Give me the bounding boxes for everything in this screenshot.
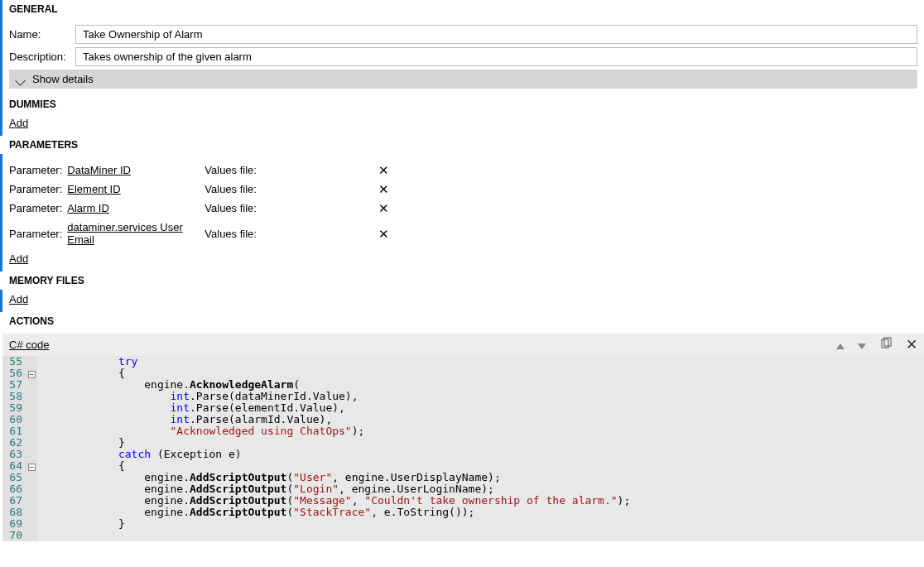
section-dummies-header: DUMMIES — [0, 95, 924, 113]
code-fold-column: − − — [26, 356, 37, 541]
values-file-label: Values file: — [205, 183, 257, 195]
show-details-toggle[interactable]: Show details — [9, 70, 917, 89]
section-memory-header: MEMORY FILES — [0, 271, 924, 290]
parameter-row: Parameter: Element ID Values file: ✕ — [9, 183, 917, 195]
name-input[interactable] — [75, 25, 917, 44]
parameter-label: Parameter: — [9, 202, 62, 214]
parameter-label: Parameter: — [9, 228, 62, 240]
clear-values-file-button[interactable]: ✕ — [374, 202, 394, 214]
actions-toolbar: C# code ✕ — [2, 334, 924, 356]
memory-add-link[interactable]: Add — [9, 293, 28, 305]
values-file-label: Values file: — [205, 228, 257, 240]
values-file-label: Values file: — [205, 164, 257, 176]
code-editor[interactable]: 55565758596061626364656667686970 − − try… — [2, 356, 924, 541]
parameter-row: Parameter: dataminer.services User Email… — [9, 221, 917, 246]
parameter-name-link[interactable]: Alarm ID — [67, 202, 200, 214]
copy-button[interactable] — [879, 337, 893, 353]
code-gutter: 55565758596061626364656667686970 — [2, 356, 26, 541]
section-actions-header: ACTIONS — [0, 312, 924, 330]
section-parameters-header: PARAMETERS — [0, 136, 924, 154]
copy-icon — [879, 337, 893, 350]
name-label: Name: — [9, 28, 69, 41]
parameter-name-link[interactable]: DataMiner ID — [67, 164, 200, 176]
description-input[interactable] — [75, 47, 917, 66]
section-general-body: Name: Description: Show details — [0, 18, 924, 95]
show-details-label: Show details — [32, 73, 94, 85]
delete-action-button[interactable]: ✕ — [906, 336, 917, 353]
parameter-label: Parameter: — [9, 164, 62, 176]
section-actions-body: C# code ✕ 555657585960616263646566676869… — [0, 334, 924, 541]
values-file-label: Values file: — [205, 202, 257, 214]
parameter-name-link[interactable]: dataminer.services User Email — [67, 221, 200, 246]
triangle-up-icon — [836, 344, 845, 349]
parameter-row: Parameter: Alarm ID Values file: ✕ — [9, 202, 917, 214]
code-body[interactable]: try { engine.AcknowledgeAlarm( int.Parse… — [37, 356, 630, 541]
parameter-row: Parameter: DataMiner ID Values file: ✕ — [9, 164, 917, 176]
action-item-link[interactable]: C# code — [9, 339, 49, 351]
section-dummies-body: Add — [0, 113, 924, 136]
clear-values-file-button[interactable]: ✕ — [374, 164, 394, 176]
section-general-header: GENERAL — [0, 0, 924, 18]
dummies-add-link[interactable]: Add — [9, 117, 28, 129]
parameter-label: Parameter: — [9, 183, 62, 195]
section-parameters-body: Parameter: DataMiner ID Values file: ✕Pa… — [0, 154, 924, 271]
move-up-button[interactable] — [836, 339, 845, 352]
chevron-down-icon — [16, 74, 26, 84]
triangle-down-icon — [858, 344, 866, 349]
move-down-button[interactable] — [858, 339, 866, 352]
clear-values-file-button[interactable]: ✕ — [374, 228, 394, 240]
section-memory-body: Add — [0, 290, 924, 312]
description-label: Description: — [9, 50, 69, 63]
parameter-name-link[interactable]: Element ID — [67, 183, 200, 195]
parameters-add-link[interactable]: Add — [9, 252, 28, 265]
clear-values-file-button[interactable]: ✕ — [374, 183, 394, 195]
